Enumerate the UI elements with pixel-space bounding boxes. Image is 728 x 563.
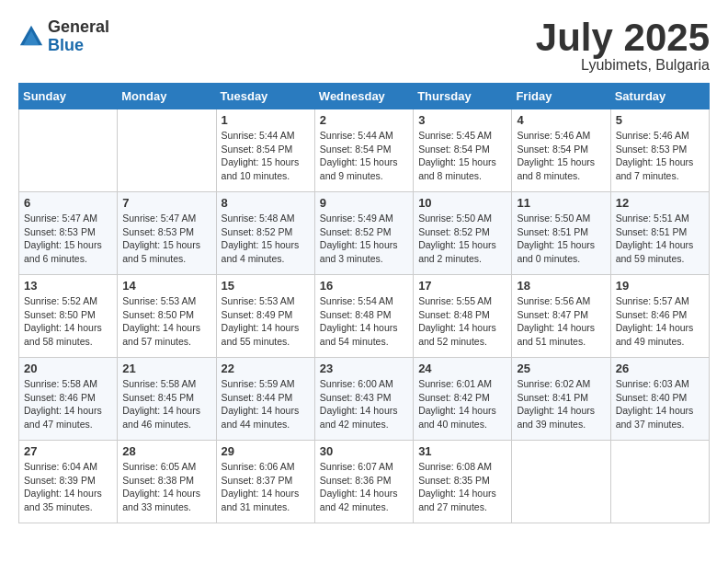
day-number: 18 <box>517 279 605 293</box>
day-info: Sunrise: 6:08 AM Sunset: 8:35 PM Dayligh… <box>418 460 506 514</box>
day-cell: 1Sunrise: 5:44 AM Sunset: 8:54 PM Daylig… <box>216 109 314 192</box>
day-info: Sunrise: 5:50 AM Sunset: 8:52 PM Dayligh… <box>418 212 506 266</box>
day-number: 7 <box>122 196 210 210</box>
day-number: 20 <box>24 362 112 375</box>
day-info: Sunrise: 6:04 AM Sunset: 8:39 PM Dayligh… <box>24 460 112 514</box>
day-number: 19 <box>616 279 704 293</box>
header-row: SundayMondayTuesdayWednesdayThursdayFrid… <box>19 84 710 109</box>
col-header-saturday: Saturday <box>610 84 709 109</box>
day-cell <box>512 441 610 523</box>
day-number: 16 <box>320 279 408 293</box>
day-cell: 16Sunrise: 5:54 AM Sunset: 8:48 PM Dayli… <box>314 275 413 358</box>
day-info: Sunrise: 6:02 AM Sunset: 8:41 PM Dayligh… <box>517 377 605 431</box>
col-header-monday: Monday <box>118 84 216 109</box>
location-subtitle: Lyubimets, Bulgaria <box>536 57 710 74</box>
day-cell: 28Sunrise: 6:05 AM Sunset: 8:38 PM Dayli… <box>118 441 216 523</box>
day-number: 2 <box>320 113 408 127</box>
day-info: Sunrise: 5:50 AM Sunset: 8:51 PM Dayligh… <box>517 212 605 266</box>
day-info: Sunrise: 5:46 AM Sunset: 8:53 PM Dayligh… <box>616 129 704 183</box>
logo-icon <box>18 24 44 50</box>
calendar-table: SundayMondayTuesdayWednesdayThursdayFrid… <box>18 83 710 523</box>
month-title: July 2025 <box>536 18 710 57</box>
day-number: 12 <box>616 196 704 210</box>
day-info: Sunrise: 5:59 AM Sunset: 8:44 PM Dayligh… <box>222 377 310 431</box>
day-cell: 8Sunrise: 5:48 AM Sunset: 8:52 PM Daylig… <box>216 192 314 275</box>
day-info: Sunrise: 5:58 AM Sunset: 8:45 PM Dayligh… <box>122 377 210 431</box>
day-number: 21 <box>122 362 210 375</box>
day-cell: 19Sunrise: 5:57 AM Sunset: 8:46 PM Dayli… <box>610 275 709 358</box>
day-cell: 3Sunrise: 5:45 AM Sunset: 8:54 PM Daylig… <box>414 109 512 192</box>
day-info: Sunrise: 5:45 AM Sunset: 8:54 PM Dayligh… <box>418 129 506 183</box>
day-info: Sunrise: 6:03 AM Sunset: 8:40 PM Dayligh… <box>616 377 704 431</box>
week-row-4: 20Sunrise: 5:58 AM Sunset: 8:46 PM Dayli… <box>19 358 710 441</box>
day-number: 23 <box>320 362 408 375</box>
day-info: Sunrise: 5:57 AM Sunset: 8:46 PM Dayligh… <box>616 294 704 349</box>
day-cell: 27Sunrise: 6:04 AM Sunset: 8:39 PM Dayli… <box>19 441 118 523</box>
page-header: General Blue July 2025 Lyubimets, Bulgar… <box>18 18 710 74</box>
day-number: 27 <box>24 444 112 458</box>
day-info: Sunrise: 5:54 AM Sunset: 8:48 PM Dayligh… <box>320 294 408 349</box>
day-cell: 23Sunrise: 6:00 AM Sunset: 8:43 PM Dayli… <box>314 358 413 441</box>
col-header-friday: Friday <box>512 84 610 109</box>
day-number: 24 <box>418 362 506 375</box>
day-info: Sunrise: 5:53 AM Sunset: 8:49 PM Dayligh… <box>222 294 310 349</box>
day-cell: 30Sunrise: 6:07 AM Sunset: 8:36 PM Dayli… <box>314 441 413 523</box>
day-number: 31 <box>418 444 506 458</box>
week-row-3: 13Sunrise: 5:52 AM Sunset: 8:50 PM Dayli… <box>19 275 710 358</box>
day-number: 3 <box>418 113 506 127</box>
day-cell: 17Sunrise: 5:55 AM Sunset: 8:48 PM Dayli… <box>414 275 512 358</box>
day-cell: 4Sunrise: 5:46 AM Sunset: 8:54 PM Daylig… <box>512 109 610 192</box>
day-cell: 24Sunrise: 6:01 AM Sunset: 8:42 PM Dayli… <box>414 358 512 441</box>
day-info: Sunrise: 5:52 AM Sunset: 8:50 PM Dayligh… <box>24 294 112 349</box>
day-cell: 9Sunrise: 5:49 AM Sunset: 8:52 PM Daylig… <box>314 192 413 275</box>
day-info: Sunrise: 6:00 AM Sunset: 8:43 PM Dayligh… <box>320 377 408 431</box>
day-cell: 26Sunrise: 6:03 AM Sunset: 8:40 PM Dayli… <box>610 358 709 441</box>
day-cell <box>19 109 118 192</box>
day-cell: 20Sunrise: 5:58 AM Sunset: 8:46 PM Dayli… <box>19 358 118 441</box>
day-info: Sunrise: 5:49 AM Sunset: 8:52 PM Dayligh… <box>320 212 408 266</box>
day-cell: 29Sunrise: 6:06 AM Sunset: 8:37 PM Dayli… <box>216 441 314 523</box>
day-info: Sunrise: 5:51 AM Sunset: 8:51 PM Dayligh… <box>616 212 704 266</box>
col-header-thursday: Thursday <box>414 84 512 109</box>
day-cell: 13Sunrise: 5:52 AM Sunset: 8:50 PM Dayli… <box>19 275 118 358</box>
day-number: 8 <box>222 196 310 210</box>
day-number: 5 <box>616 113 704 127</box>
day-cell: 7Sunrise: 5:47 AM Sunset: 8:53 PM Daylig… <box>118 192 216 275</box>
day-info: Sunrise: 5:48 AM Sunset: 8:52 PM Dayligh… <box>222 212 310 266</box>
day-number: 9 <box>320 196 408 210</box>
day-number: 26 <box>616 362 704 375</box>
day-number: 4 <box>517 113 605 127</box>
logo: General Blue <box>18 18 109 55</box>
title-block: July 2025 Lyubimets, Bulgaria <box>536 18 710 74</box>
day-number: 28 <box>122 444 210 458</box>
day-number: 25 <box>517 362 605 375</box>
day-info: Sunrise: 5:44 AM Sunset: 8:54 PM Dayligh… <box>320 129 408 183</box>
week-row-2: 6Sunrise: 5:47 AM Sunset: 8:53 PM Daylig… <box>19 192 710 275</box>
day-info: Sunrise: 6:07 AM Sunset: 8:36 PM Dayligh… <box>320 460 408 514</box>
day-number: 15 <box>222 279 310 293</box>
day-cell: 21Sunrise: 5:58 AM Sunset: 8:45 PM Dayli… <box>118 358 216 441</box>
day-cell: 11Sunrise: 5:50 AM Sunset: 8:51 PM Dayli… <box>512 192 610 275</box>
col-header-wednesday: Wednesday <box>314 84 413 109</box>
day-info: Sunrise: 5:47 AM Sunset: 8:53 PM Dayligh… <box>24 212 112 266</box>
day-number: 14 <box>122 279 210 293</box>
day-info: Sunrise: 6:06 AM Sunset: 8:37 PM Dayligh… <box>222 460 310 514</box>
day-cell <box>118 109 216 192</box>
day-cell: 31Sunrise: 6:08 AM Sunset: 8:35 PM Dayli… <box>414 441 512 523</box>
logo-text: General Blue <box>48 18 109 55</box>
day-number: 30 <box>320 444 408 458</box>
col-header-tuesday: Tuesday <box>216 84 314 109</box>
day-cell: 18Sunrise: 5:56 AM Sunset: 8:47 PM Dayli… <box>512 275 610 358</box>
day-cell: 10Sunrise: 5:50 AM Sunset: 8:52 PM Dayli… <box>414 192 512 275</box>
day-number: 13 <box>24 279 112 293</box>
week-row-1: 1Sunrise: 5:44 AM Sunset: 8:54 PM Daylig… <box>19 109 710 192</box>
day-cell: 6Sunrise: 5:47 AM Sunset: 8:53 PM Daylig… <box>19 192 118 275</box>
day-info: Sunrise: 6:01 AM Sunset: 8:42 PM Dayligh… <box>418 377 506 431</box>
day-cell: 12Sunrise: 5:51 AM Sunset: 8:51 PM Dayli… <box>610 192 709 275</box>
day-number: 22 <box>222 362 310 375</box>
day-cell: 15Sunrise: 5:53 AM Sunset: 8:49 PM Dayli… <box>216 275 314 358</box>
day-cell: 2Sunrise: 5:44 AM Sunset: 8:54 PM Daylig… <box>314 109 413 192</box>
day-number: 1 <box>222 113 310 127</box>
logo-blue: Blue <box>48 37 109 55</box>
day-info: Sunrise: 5:44 AM Sunset: 8:54 PM Dayligh… <box>222 129 310 183</box>
